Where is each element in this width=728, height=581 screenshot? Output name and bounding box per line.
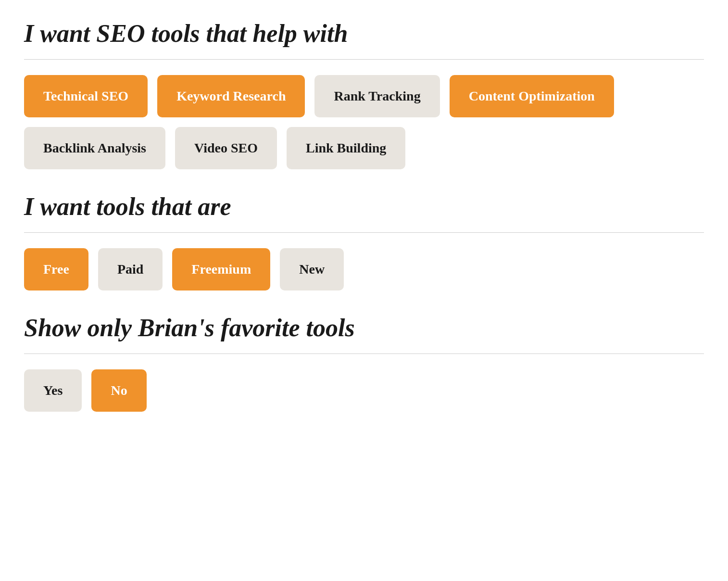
- free-btn[interactable]: Free: [24, 248, 88, 290]
- link-building-btn[interactable]: Link Building: [287, 127, 405, 169]
- rank-tracking-btn[interactable]: Rank Tracking: [314, 75, 439, 117]
- section2-title: I want tools that are: [24, 192, 704, 221]
- no-btn[interactable]: No: [91, 369, 146, 412]
- technical-seo-btn[interactable]: Technical SEO: [24, 75, 148, 117]
- section2-divider: [24, 232, 704, 233]
- video-seo-btn[interactable]: Video SEO: [175, 127, 277, 169]
- section3-divider: [24, 354, 704, 354]
- backlink-analysis-btn[interactable]: Backlink Analysis: [24, 127, 165, 169]
- section1-divider: [24, 59, 704, 60]
- seo-help-section: I want SEO tools that help with Technica…: [24, 19, 704, 169]
- content-optimization-btn[interactable]: Content Optimization: [450, 75, 614, 117]
- paid-btn[interactable]: Paid: [98, 248, 163, 290]
- section1-button-group: Technical SEOKeyword ResearchRank Tracki…: [24, 75, 704, 169]
- section3-title: Show only Brian's favorite tools: [24, 314, 704, 342]
- new-btn[interactable]: New: [280, 248, 344, 290]
- freemium-btn[interactable]: Freemium: [172, 248, 270, 290]
- section3-button-group: YesNo: [24, 369, 704, 412]
- keyword-research-btn[interactable]: Keyword Research: [157, 75, 305, 117]
- section2-button-group: FreePaidFreemiumNew: [24, 248, 704, 290]
- favorites-section: Show only Brian's favorite tools YesNo: [24, 314, 704, 412]
- tools-type-section: I want tools that are FreePaidFreemiumNe…: [24, 192, 704, 290]
- yes-btn[interactable]: Yes: [24, 369, 82, 412]
- section1-title: I want SEO tools that help with: [24, 19, 704, 48]
